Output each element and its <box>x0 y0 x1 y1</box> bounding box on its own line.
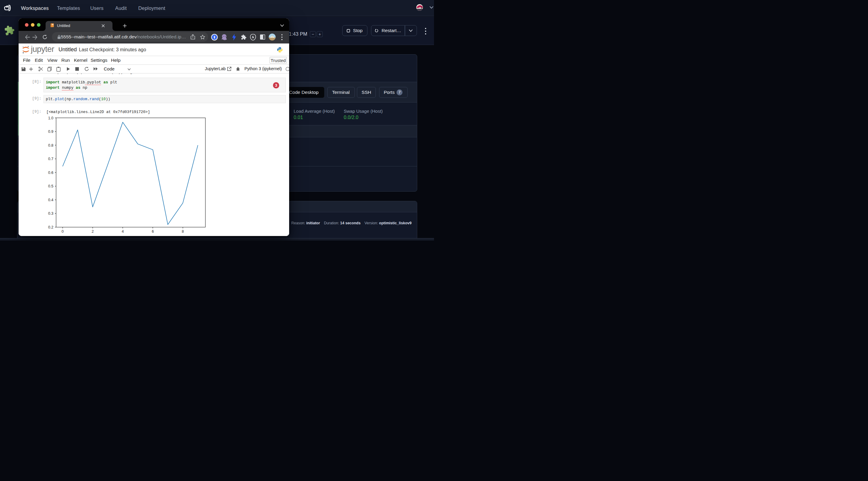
svg-text:0.9: 0.9 <box>48 130 53 134</box>
svg-text:0.4: 0.4 <box>48 198 53 202</box>
svg-text:0.7: 0.7 <box>48 157 53 161</box>
svg-text:8: 8 <box>182 229 184 234</box>
svg-text:0.6: 0.6 <box>48 170 53 174</box>
svg-text:0.3: 0.3 <box>48 212 53 216</box>
svg-text:0.2: 0.2 <box>48 225 53 229</box>
svg-text:0.8: 0.8 <box>48 143 53 147</box>
svg-text:0.5: 0.5 <box>48 184 53 188</box>
svg-text:4: 4 <box>122 229 124 234</box>
svg-text:2: 2 <box>92 229 94 234</box>
svg-text:1.0: 1.0 <box>48 116 53 120</box>
svg-text:0: 0 <box>61 229 64 234</box>
svg-text:6: 6 <box>152 229 154 234</box>
